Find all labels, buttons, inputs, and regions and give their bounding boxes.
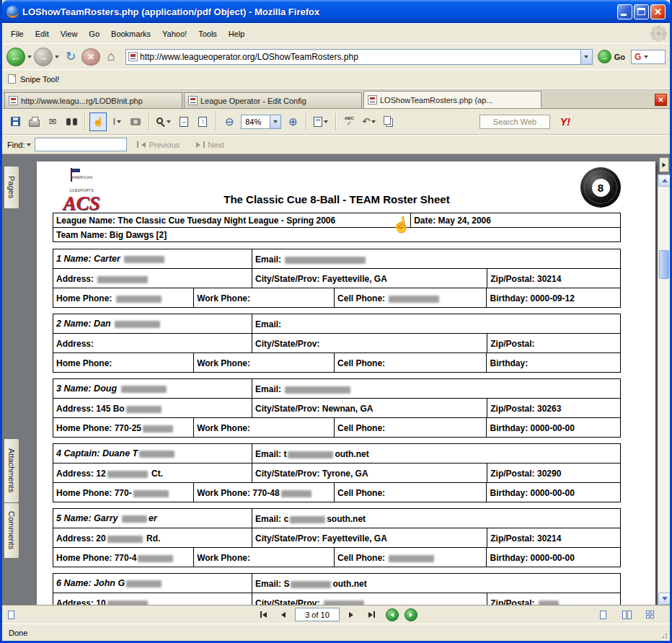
back-button[interactable]: ← [6, 48, 25, 66]
print-button[interactable] [25, 112, 43, 131]
sidebar-tab-pages[interactable]: Pages [4, 166, 19, 209]
tab-active[interactable]: LOShowTeamRosters.php (ap... [363, 91, 541, 108]
tab[interactable]: http://www.leagu...rg/LODBInit.php [4, 92, 182, 108]
forward-dropdown[interactable] [54, 56, 60, 58]
go-button[interactable]: → Go [598, 50, 625, 63]
back-dropdown[interactable] [27, 56, 32, 58]
zoom-out-button[interactable]: ⊖ [221, 112, 238, 131]
tab[interactable]: League Operator - Edit Config [184, 92, 362, 108]
field-text: Work Phone: [197, 423, 250, 433]
pdf-pager-bar [2, 605, 670, 624]
zoom-level-select[interactable]: 84% [241, 115, 281, 129]
url-input[interactable] [140, 52, 580, 62]
find-next-button[interactable]: Next [190, 139, 231, 151]
email-button[interactable]: ✉ [44, 112, 61, 131]
field-text: Email: t [255, 449, 286, 459]
search-button[interactable] [63, 112, 80, 131]
find-menu-button[interactable]: Find: [7, 141, 31, 149]
menu-yahoo[interactable]: Yahoo! [156, 27, 193, 41]
single-page-view-button[interactable] [595, 608, 611, 621]
find-previous-button[interactable]: Previous [131, 139, 186, 151]
menu-tools[interactable]: Tools [193, 27, 223, 41]
field-text: Email: [255, 384, 283, 394]
redacted-text [291, 581, 331, 588]
next-page-button[interactable] [342, 608, 360, 622]
zoom-tool-button[interactable] [154, 112, 174, 131]
pdf-page: AMERICAN CUESPORTS ACS The Classic Cue 8… [37, 161, 655, 605]
maximize-button[interactable] [634, 4, 649, 19]
player-phone-row: Home Phone:Work Phone:Cell Phone:Birthda… [53, 352, 621, 373]
pager-left-icon[interactable] [2, 611, 14, 619]
roster-cell: Work Phone: [193, 548, 334, 567]
player-name-row: 4 Captain: Duane TEmail: touth.net [53, 443, 621, 464]
field-text: Email: [255, 319, 281, 329]
stop-button[interactable]: ✕ [81, 48, 100, 66]
pdf-viewport: PagesAttachmentsComments AMERICAN CUESPO… [2, 154, 670, 605]
fit-width-icon: ↔ [180, 117, 188, 127]
vertical-scrollbar[interactable] [658, 174, 670, 605]
fit-width-button[interactable]: ↔ [175, 112, 193, 131]
find-input[interactable] [35, 138, 127, 151]
scroll-thumb[interactable] [659, 250, 669, 279]
field-text: Zip/Postal: 30290 [490, 469, 561, 479]
yahoo-button[interactable]: Y! [560, 116, 570, 128]
sidebar-tab-comments[interactable]: Comments [4, 502, 19, 559]
search-web-input[interactable]: Search Web [479, 115, 550, 129]
facing-page-icon [622, 611, 627, 619]
fit-page-button[interactable]: ↕ [194, 112, 211, 131]
menu-bookmarks[interactable]: Bookmarks [105, 27, 156, 41]
home-button[interactable]: ⌂ [102, 48, 120, 66]
url-dropdown-button[interactable] [580, 50, 592, 64]
page-layout-button[interactable] [311, 112, 331, 131]
menu-view[interactable]: View [55, 27, 84, 41]
navigation-toolbar: ← → ↻ ✕ ⌂ → Go G [2, 43, 670, 69]
player-address-row: Address: 10City/State/Prov: Zip/Postal: [53, 593, 621, 605]
field-text: Home Phone: 770-4 [56, 553, 136, 563]
last-page-button[interactable] [363, 608, 380, 622]
forward-button[interactable]: → [34, 48, 53, 66]
zoom-in-button[interactable]: ⊕ [284, 112, 301, 131]
select-tool-button[interactable]: I [108, 112, 125, 131]
minimize-button[interactable] [617, 4, 632, 19]
redacted-text [107, 600, 148, 605]
scroll-up-button[interactable] [658, 174, 670, 187]
save-button[interactable] [6, 112, 24, 131]
hand-tool-button[interactable]: ☝ [89, 112, 107, 131]
sidebar-tab-attachments[interactable]: Attachments [4, 438, 19, 503]
next-view-button[interactable] [404, 608, 417, 621]
facing-view-button[interactable] [619, 608, 635, 621]
spellcheck-button[interactable]: ABC ✓ [340, 112, 358, 131]
field-text: Address: 20 [56, 533, 106, 544]
field-text: Zip/Postal: [490, 339, 534, 349]
quick-search-box[interactable]: G [631, 50, 666, 64]
toolbar-collapse-button[interactable] [659, 157, 669, 172]
redacted-text [389, 555, 434, 562]
previous-page-button[interactable] [275, 608, 292, 622]
roster-cell: 3 Name: Doug [53, 379, 252, 398]
scroll-down-button[interactable] [658, 593, 670, 605]
bookmark-item[interactable]: Snipe Tool! [20, 75, 59, 84]
menu-help[interactable]: Help [223, 27, 251, 41]
copy-button[interactable] [380, 112, 397, 131]
page-number-input[interactable] [295, 608, 340, 621]
undo-button[interactable]: ↶ [359, 112, 379, 131]
reload-button[interactable]: ↻ [61, 48, 80, 66]
zoom-dropdown-button[interactable] [270, 115, 280, 128]
close-tab-button[interactable]: ✕ [655, 94, 667, 106]
menu-edit[interactable]: Edit [30, 27, 55, 41]
roster-cell: Zip/Postal: 30290 [487, 464, 620, 482]
previous-view-button[interactable] [386, 608, 399, 621]
continuous-facing-view-button[interactable] [642, 608, 658, 621]
tab-strip: http://www.leagu...rg/LODBInit.phpLeague… [4, 91, 652, 108]
roster-cell: Cell Phone: [334, 288, 486, 307]
field-text: Cell Phone: [337, 293, 387, 303]
toolbar-separator [335, 113, 336, 130]
first-page-button[interactable] [255, 608, 272, 622]
snapshot-button[interactable] [127, 112, 144, 131]
roster-cell: Home Phone: [53, 288, 193, 307]
field-text: City/State/Prov: Tyrone, GA [255, 469, 368, 479]
resize-grip[interactable] [659, 630, 668, 639]
menu-file[interactable]: File [5, 27, 30, 41]
close-button[interactable]: ✕ [650, 4, 666, 19]
menu-go[interactable]: Go [83, 27, 105, 41]
